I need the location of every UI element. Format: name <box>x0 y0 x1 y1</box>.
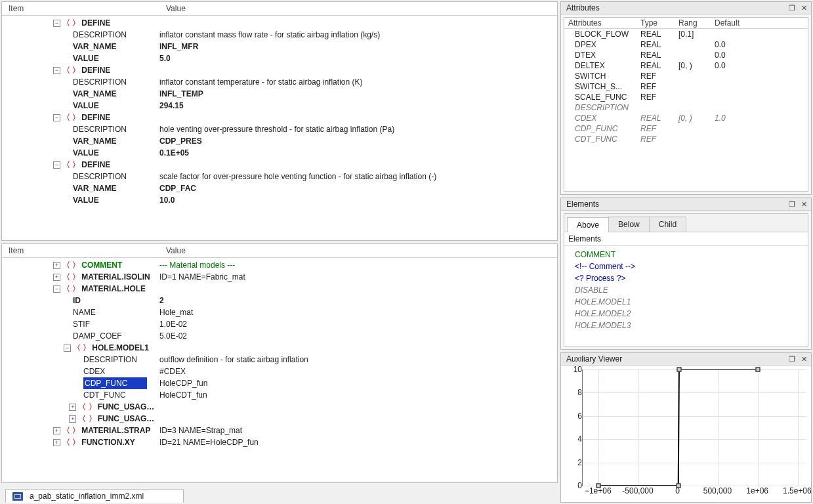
tree-item-value: scale factor for over-pressure hole vent… <box>159 171 551 182</box>
tree-row[interactable]: CDP_FUNCHoleCDP_fun <box>2 377 557 389</box>
tree-row[interactable]: VALUE294.15 <box>2 100 557 112</box>
bottom-tree[interactable]: +〈 〉COMMENT--- Material models ---+〈 〉MA… <box>2 258 557 452</box>
elements-list-item[interactable]: <? Process ?> <box>568 272 804 284</box>
tree-item-value: 2 <box>159 295 551 306</box>
elements-list-item[interactable]: <!-- Comment --> <box>568 261 804 272</box>
tree-row[interactable]: CDEX#CDEX <box>2 366 557 377</box>
elements-list-item[interactable]: HOLE.MODEL1 <box>568 296 804 308</box>
elements-list-item[interactable]: HOLE.MODEL3 <box>568 320 804 331</box>
tree-row[interactable]: VAR_NAMEINFL_TEMP <box>2 88 557 100</box>
tree-row[interactable]: +〈 〉MATERIAL.ISOLIN ID=1 NAME=Fabric_mat <box>2 271 557 283</box>
expand-icon[interactable]: + <box>53 439 60 446</box>
tree-spacer-icon <box>64 32 71 39</box>
elements-list-item[interactable]: COMMENT <box>568 249 804 261</box>
attribute-row[interactable]: SWITCH_S...REF <box>564 81 808 92</box>
tree-row[interactable]: +〈 〉MATERIAL.STRAP ID=3 NAME=Strap_mat <box>2 425 557 436</box>
tree-row[interactable]: VAR_NAMEINFL_MFR <box>2 41 557 52</box>
collapse-icon[interactable]: − <box>64 345 71 352</box>
tree-row[interactable]: NAMEHole_mat <box>2 306 557 318</box>
tree-row[interactable]: DESCRIPTIONinflator constant temperature… <box>2 76 557 88</box>
attribute-row[interactable]: BLOCK_FLOWREAL[0,1] <box>564 29 808 39</box>
tree-row[interactable]: ID2 <box>2 295 557 306</box>
close-icon[interactable]: ✕ <box>800 200 808 209</box>
attribute-row[interactable]: DESCRIPTION <box>564 102 808 113</box>
tree-row[interactable]: −〈 〉DEFINE <box>2 64 557 76</box>
close-icon[interactable]: ✕ <box>800 355 808 364</box>
tree-row[interactable]: +〈 〉FUNC_USAGE.2D <box>2 401 557 413</box>
tree-row[interactable]: DESCRIPTIONoutflow definition - for stat… <box>2 354 557 366</box>
collapse-icon[interactable]: − <box>53 114 60 121</box>
tree-row[interactable]: VALUE5.0 <box>2 52 557 64</box>
tree-row[interactable]: VALUE10.0 <box>2 194 557 206</box>
tab-below[interactable]: Below <box>608 217 650 232</box>
top-tree[interactable]: −〈 〉DEFINEDESCRIPTIONinflator constant m… <box>2 16 557 210</box>
tree-row[interactable]: DESCRIPTIONinflator constant mass flow r… <box>2 29 557 41</box>
xml-tag-icon: 〈 〉 <box>62 425 80 436</box>
bottom-tree-scroll[interactable]: +〈 〉COMMENT--- Material models ---+〈 〉MA… <box>2 258 557 482</box>
tree-item-value: hole venting over-pressure threshold - f… <box>159 123 551 135</box>
undock-icon[interactable]: ❐ <box>787 4 796 12</box>
tree-spacer-icon <box>64 91 71 98</box>
attribute-row[interactable]: CDP_FUNCREF <box>564 123 808 134</box>
attribute-row[interactable]: DTEXREAL0.0 <box>564 50 808 60</box>
tree-item-value: 10.0 <box>159 194 551 206</box>
tab-above[interactable]: Above <box>567 217 609 232</box>
expand-icon[interactable]: + <box>53 262 60 269</box>
tree-item-label: COMMENT <box>81 259 122 271</box>
col-item: Item <box>9 246 166 255</box>
chart-marker <box>756 368 761 372</box>
tree-item-label: DESCRIPTION <box>73 29 127 41</box>
tree-row[interactable]: DAMP_COEF5.0E-02 <box>2 330 557 342</box>
tree-row[interactable]: −〈 〉DEFINE <box>2 159 557 171</box>
undock-icon[interactable]: ❐ <box>787 355 796 364</box>
tree-item-label: DAMP_COEF <box>73 330 122 342</box>
file-tab[interactable]: a_pab_static_inflation_imm2.xml <box>5 489 184 503</box>
expand-icon[interactable]: + <box>53 274 60 281</box>
tree-row[interactable]: −〈 〉MATERIAL.HOLE <box>2 283 557 295</box>
tree-row[interactable]: CDT_FUNCHoleCDT_fun <box>2 389 557 401</box>
tree-row[interactable]: +〈 〉FUNC_USAGE.2D <box>2 413 557 425</box>
elements-list-item[interactable]: HOLE.MODEL2 <box>568 308 804 320</box>
tree-row[interactable]: −〈 〉DEFINE <box>2 17 557 29</box>
tree-item-value: Hole_mat <box>159 306 551 318</box>
expand-icon[interactable]: + <box>69 415 76 423</box>
collapse-icon[interactable]: − <box>53 285 60 293</box>
tree-row[interactable]: VALUE0.1E+05 <box>2 147 557 159</box>
tree-row[interactable]: VAR_NAMECDP_PRES <box>2 135 557 147</box>
tree-spacer-icon <box>74 392 81 399</box>
tree-item-label: VAR_NAME <box>73 135 116 147</box>
tree-row[interactable]: +〈 〉FUNCTION.XY ID=21 NAME=HoleCDP_fun <box>2 436 557 448</box>
tree-row[interactable]: +〈 〉COMMENT--- Material models --- <box>2 259 557 271</box>
top-tree-scroll[interactable]: −〈 〉DEFINEDESCRIPTIONinflator constant m… <box>2 16 557 240</box>
elements-list[interactable]: COMMENT<!-- Comment --><? Process ?>DISA… <box>564 246 808 334</box>
undock-icon[interactable]: ❐ <box>787 200 796 209</box>
expand-icon[interactable]: + <box>53 427 60 434</box>
attributes-rows[interactable]: BLOCK_FLOWREAL[0,1]DPEXREAL0.0DTEXREAL0.… <box>564 29 808 144</box>
tree-item-value: 5.0E-02 <box>159 330 551 342</box>
tree-row[interactable]: VAR_NAMECDP_FAC <box>2 182 557 194</box>
elements-list-item[interactable]: DISABLE <box>568 284 804 296</box>
attribute-row[interactable]: DPEXREAL0.0 <box>564 39 808 50</box>
tree-row[interactable]: DESCRIPTIONscale factor for over-pressur… <box>2 171 557 182</box>
tree-spacer-icon <box>64 197 71 204</box>
attribute-row[interactable]: CDEXREAL[0, )1.0 <box>564 113 808 123</box>
attribute-row[interactable]: DELTEXREAL[0, )0.0 <box>564 60 808 71</box>
collapse-icon[interactable]: − <box>53 161 60 169</box>
tree-item-label: CDP_FUNC <box>83 377 147 389</box>
tree-item-value: INFL_MFR <box>159 41 551 52</box>
tree-item-value: CDP_PRES <box>159 135 551 147</box>
tree-row[interactable]: −〈 〉DEFINE <box>2 112 557 123</box>
attribute-row[interactable]: SWITCHREF <box>564 71 808 81</box>
expand-icon[interactable]: + <box>69 404 76 411</box>
tree-row[interactable]: −〈 〉HOLE.MODEL1 <box>2 342 557 354</box>
collapse-icon[interactable]: − <box>53 67 60 74</box>
close-icon[interactable]: ✕ <box>800 4 808 12</box>
attribute-row[interactable]: CDT_FUNCREF <box>564 134 808 144</box>
attribute-row[interactable]: SCALE_FUNCREF <box>564 92 808 102</box>
tab-child[interactable]: Child <box>649 217 686 232</box>
tree-row[interactable]: STIF1.0E-02 <box>2 318 557 330</box>
collapse-icon[interactable]: − <box>53 20 60 27</box>
aux-chart: 0246810 −1e+06-500,0000500,0001e+061.5e+… <box>561 366 811 502</box>
x-tick-label: 500,000 <box>703 486 732 495</box>
tree-row[interactable]: DESCRIPTIONhole venting over-pressure th… <box>2 123 557 135</box>
